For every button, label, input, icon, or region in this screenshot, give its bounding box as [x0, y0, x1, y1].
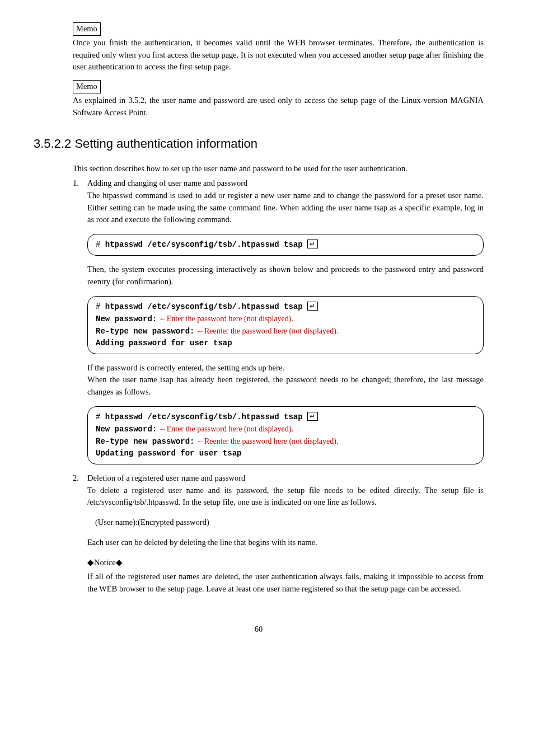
notice-text: If all of the registered user names are … [87, 571, 484, 595]
code-block-1: # htpasswd /etc/sysconfig/tsb/.htpasswd … [87, 234, 484, 256]
output-text: Adding password for user tsap [96, 339, 232, 348]
memo-text-2: As explained in 3.5.2, the user name and… [73, 95, 484, 119]
output-note: ←Enter the password here (not displayed)… [157, 314, 293, 323]
memo-label-2: Memo [73, 80, 101, 93]
prompt: # [96, 240, 105, 249]
output-label: New password: [96, 425, 157, 434]
command-text: htpasswd /etc/sysconfig/tsb/.htpasswd ts… [105, 240, 303, 249]
format-line: (User name):(Encrypted password) [95, 516, 484, 529]
enter-key-icon: ↵ [307, 412, 318, 421]
item-number: 1. [73, 177, 87, 190]
item-title: Deletion of a registered user name and p… [87, 472, 484, 485]
output-text: Updating password for user tsap [96, 449, 241, 458]
intro-text: This section describes how to set up the… [73, 163, 484, 175]
list-item-2: 2. Deletion of a registered user name an… [73, 472, 484, 485]
notice-label: ◆Notice◆ [87, 557, 484, 569]
code-block-3: # htpasswd /etc/sysconfig/tsb/.htpasswd … [87, 406, 484, 464]
output-note: ←Enter the password here (not displayed)… [157, 425, 293, 433]
item-title: Adding and changing of user name and pas… [87, 177, 484, 190]
prompt: # [96, 412, 105, 421]
prompt: # [96, 302, 105, 311]
section-heading: 3.5.2.2 Setting authentication informati… [34, 134, 484, 153]
memo-text-1: Once you finish the authentication, it b… [73, 37, 484, 73]
memo-label-1: Memo [73, 22, 101, 36]
output-label: Re-type new password: [96, 327, 194, 336]
item-1-desc: The htpasswd command is used to add or r… [87, 190, 484, 226]
command-text: htpasswd /etc/sysconfig/tsb/.htpasswd ts… [105, 412, 303, 421]
after-code2-b: When the user name tsap has already been… [87, 374, 484, 398]
list-item-1: 1. Adding and changing of user name and … [73, 177, 484, 190]
output-label: Re-type new password: [96, 437, 194, 446]
item-2-desc2: Each user can be deleted by deleting the… [87, 537, 484, 549]
enter-key-icon: ↵ [307, 240, 318, 248]
output-note: ←Reenter the password here (not displaye… [194, 327, 338, 335]
enter-key-icon: ↵ [307, 302, 318, 311]
page-number: 60 [34, 623, 484, 636]
item-2-desc: To delete a registered user name and its… [87, 485, 484, 509]
output-note: ←Reenter the password here (not displaye… [194, 437, 338, 445]
item-number: 2. [73, 472, 87, 485]
after-code2-a: If the password is correctly entered, th… [87, 362, 484, 374]
output-label: New password: [96, 314, 157, 323]
command-text: htpasswd /etc/sysconfig/tsb/.htpasswd ts… [105, 302, 303, 311]
code-block-2: # htpasswd /etc/sysconfig/tsb/.htpasswd … [87, 296, 484, 354]
after-code1-text: Then, the system executes processing int… [87, 264, 484, 288]
